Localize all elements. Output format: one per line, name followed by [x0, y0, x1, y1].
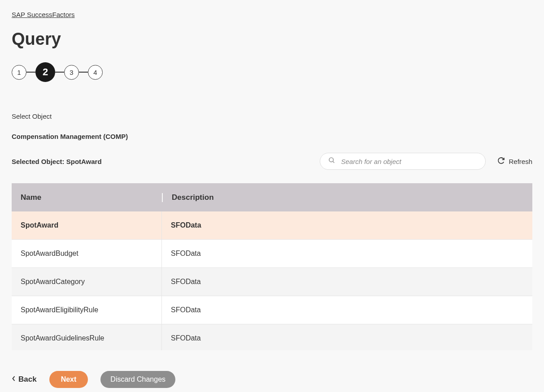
table-header: Name Description — [12, 183, 532, 211]
table-row[interactable]: SpotAwardEligibilityRuleSFOData — [12, 296, 532, 324]
table-row[interactable]: SpotAwardSFOData — [12, 211, 532, 240]
module-name: Compensation Management (COMP) — [12, 133, 532, 140]
search-input[interactable] — [341, 158, 477, 165]
cell-name: SpotAwardCategory — [12, 268, 162, 296]
table-body[interactable]: SpotAwardSFODataSpotAwardBudgetSFODataSp… — [12, 211, 532, 350]
back-button[interactable]: Back — [12, 375, 37, 384]
discard-button[interactable]: Discard Changes — [100, 371, 175, 388]
cell-description: SFOData — [162, 278, 532, 286]
cell-description: SFOData — [162, 221, 532, 229]
cell-description: SFOData — [162, 334, 532, 342]
back-label: Back — [18, 375, 37, 384]
column-header-description[interactable]: Description — [162, 193, 532, 202]
step-3[interactable]: 3 — [64, 65, 79, 80]
step-connector — [55, 72, 64, 73]
search-icon — [328, 157, 335, 166]
table-row[interactable]: SpotAwardBudgetSFOData — [12, 240, 532, 268]
cell-description: SFOData — [162, 250, 532, 258]
search-box[interactable] — [320, 153, 486, 170]
cell-description: SFOData — [162, 306, 532, 314]
cell-name: SpotAwardEligibilityRule — [12, 296, 162, 324]
step-1[interactable]: 1 — [12, 65, 26, 80]
selected-object-label: Selected Object: SpotAward — [12, 158, 102, 165]
breadcrumb-link[interactable]: SAP SuccessFactors — [12, 11, 75, 18]
refresh-icon — [497, 157, 505, 166]
cell-name: SpotAwardGuidelinesRule — [12, 324, 162, 350]
step-4[interactable]: 4 — [88, 65, 103, 80]
svg-line-1 — [333, 161, 334, 163]
cell-name: SpotAwardBudget — [12, 240, 162, 267]
footer-buttons: Back Next Discard Changes — [12, 371, 532, 388]
step-2[interactable]: 2 — [35, 62, 55, 82]
next-button[interactable]: Next — [49, 371, 88, 388]
step-connector — [26, 72, 35, 73]
page-title: Query — [12, 30, 532, 49]
table-row[interactable]: SpotAwardGuidelinesRuleSFOData — [12, 324, 532, 350]
objects-table: Name Description SpotAwardSFODataSpotAwa… — [12, 183, 532, 350]
cell-name: SpotAward — [12, 211, 162, 239]
table-row[interactable]: SpotAwardCategorySFOData — [12, 268, 532, 296]
refresh-button[interactable]: Refresh — [497, 157, 532, 166]
refresh-label: Refresh — [509, 158, 532, 165]
section-label: Select Object — [12, 112, 532, 120]
chevron-left-icon — [12, 375, 16, 384]
stepper: 1234 — [12, 62, 532, 82]
svg-point-0 — [329, 158, 333, 162]
step-connector — [79, 72, 88, 73]
column-header-name[interactable]: Name — [12, 193, 162, 202]
